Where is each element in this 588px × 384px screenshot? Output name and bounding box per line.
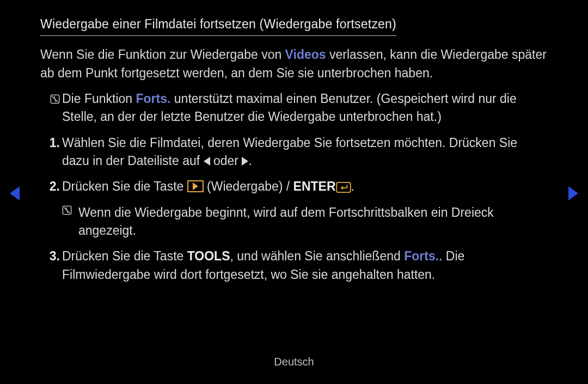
step-2-note-text: Wenn die Wiedergabe beginnt, wird auf de… bbox=[78, 205, 494, 237]
step-2: 2. Drücken Sie die Taste (Wiedergabe) / … bbox=[62, 178, 548, 240]
step-3-marker: 3. bbox=[40, 247, 60, 265]
intro-paragraph: Wenn Sie die Funktion zur Wiedergabe von… bbox=[40, 46, 548, 82]
enter-icon bbox=[336, 182, 351, 193]
step-3: 3. Drücken Sie die Taste TOOLS, und wähl… bbox=[62, 247, 548, 284]
step-3-text-2: , und wählen Sie anschließend bbox=[230, 249, 405, 263]
note-icon-marker bbox=[40, 90, 60, 108]
step-1-text-1: Wählen Sie die Filmdatei, deren Wiederga… bbox=[62, 136, 517, 168]
nav-prev-arrow[interactable] bbox=[10, 186, 20, 200]
intro-text-1: Wenn Sie die Funktion zur Wiedergabe von bbox=[40, 47, 285, 62]
note1-text-1: Die Funktion bbox=[62, 92, 136, 106]
note-icon bbox=[50, 94, 60, 104]
page-title: Wiedergabe einer Filmdatei fortsetzen (W… bbox=[40, 15, 396, 36]
step-2-text-2: (Wiedergabe) / bbox=[204, 179, 293, 193]
step-1-end: . bbox=[248, 154, 252, 168]
step-1-marker: 1. bbox=[40, 134, 60, 152]
note-icon bbox=[62, 205, 72, 215]
step-2-enter: ENTER bbox=[293, 179, 336, 193]
right-arrow-icon bbox=[242, 157, 248, 166]
step-2-note: Wenn die Wiedergabe beginnt, wird auf de… bbox=[62, 204, 548, 240]
step-2-text-1: Drücken Sie die Taste bbox=[62, 179, 187, 193]
content-area: Wiedergabe einer Filmdatei fortsetzen (W… bbox=[40, 15, 548, 284]
note-item-1: Die Funktion Forts. unterstützt maximal … bbox=[62, 90, 548, 126]
step-1-or: oder bbox=[210, 154, 242, 168]
step-2-marker: 2. bbox=[40, 178, 60, 196]
page: Wiedergabe einer Filmdatei fortsetzen (W… bbox=[0, 0, 588, 384]
step-3-highlight: Forts. bbox=[404, 249, 439, 263]
items-list: Die Funktion Forts. unterstützt maximal … bbox=[40, 90, 548, 284]
intro-highlight: Videos bbox=[285, 47, 326, 62]
left-arrow-icon bbox=[204, 157, 210, 166]
step-3-tools: TOOLS bbox=[187, 249, 230, 263]
note1-highlight: Forts. bbox=[136, 92, 171, 106]
step-2-end: . bbox=[351, 179, 354, 193]
step-3-text-1: Drücken Sie die Taste bbox=[62, 249, 187, 263]
play-button-icon bbox=[187, 180, 204, 192]
step-1: 1. Wählen Sie die Filmdatei, deren Wiede… bbox=[62, 134, 548, 170]
nav-next-arrow[interactable] bbox=[568, 186, 578, 200]
footer-language: Deutsch bbox=[0, 354, 588, 370]
